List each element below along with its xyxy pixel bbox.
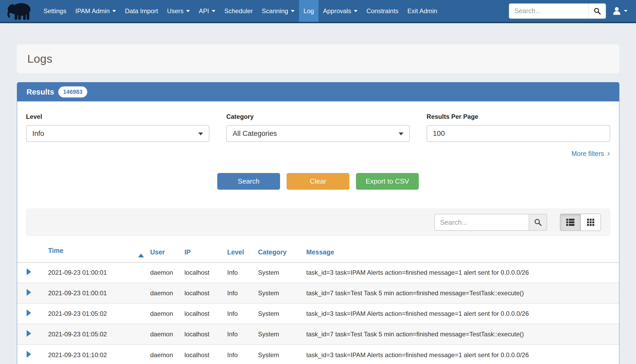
log-row: 2021-09-23 01:05:02 daemon localhost Inf… — [17, 324, 619, 345]
navbar-item-label: Users — [167, 7, 184, 15]
chevron-down-icon — [198, 132, 203, 135]
navbar-item[interactable]: Log — [299, 0, 319, 22]
category-label: Category — [226, 112, 410, 121]
actions-row: Search Clear Export to CSV — [26, 173, 610, 190]
navbar-item[interactable]: Scheduler — [220, 0, 257, 22]
per-page-field — [427, 125, 610, 142]
row-expander-cell[interactable] — [17, 262, 48, 283]
navbar-search-group — [509, 3, 606, 19]
cell-message: task_id=3 task=IPAM Alerts action=finish… — [306, 303, 619, 324]
expand-triangle-icon — [27, 351, 31, 358]
navbar: Settings IPAM Admin Data Import Users AP… — [0, 0, 636, 23]
navbar-item-label: Log — [303, 7, 314, 15]
cell-user: daemon — [150, 324, 185, 345]
cell-level: Info — [227, 345, 258, 364]
more-filters-label: More filters — [571, 150, 604, 158]
category-select-value: All Categories — [233, 130, 277, 138]
row-expander-cell[interactable] — [17, 283, 48, 303]
export-csv-button[interactable]: Export to CSV — [356, 173, 419, 190]
level-label: Level — [26, 112, 210, 121]
chevron-down-icon — [212, 10, 215, 12]
filters-row: Level Info Category All Categories — [26, 112, 610, 142]
grid-view-icon — [586, 218, 595, 226]
column-header-time[interactable]: Time — [48, 242, 150, 262]
user-menu[interactable] — [612, 6, 628, 16]
column-header-message[interactable]: Message — [306, 242, 619, 262]
navbar-item[interactable]: Users — [162, 0, 194, 22]
column-header-level[interactable]: Level — [227, 242, 258, 262]
level-select-value: Info — [32, 130, 44, 138]
results-count-badge: 146983 — [58, 86, 87, 97]
row-expander-cell[interactable] — [17, 324, 48, 345]
more-filters-link[interactable]: More filters › — [571, 149, 610, 158]
user-icon — [612, 6, 622, 16]
log-table: Time User IP Level Category Message — [17, 242, 619, 364]
navbar-item[interactable]: Data Import — [121, 0, 162, 22]
chevron-right-icon: › — [607, 149, 610, 157]
row-expander-cell[interactable] — [17, 345, 48, 364]
chevron-down-icon — [186, 10, 190, 12]
navbar-item[interactable]: Exit Admin — [403, 0, 442, 22]
navbar-search-button[interactable] — [588, 4, 606, 18]
navbar-search-input[interactable] — [509, 4, 588, 18]
row-expander-cell[interactable] — [17, 303, 48, 324]
log-row: 2021-09-23 01:00:01 daemon localhost Inf… — [17, 262, 619, 283]
cell-ip: localhost — [185, 324, 227, 345]
chevron-down-icon — [399, 132, 403, 135]
chevron-down-icon — [624, 10, 628, 12]
navbar-item[interactable]: Scanning — [257, 0, 299, 22]
log-row: 2021-09-23 01:00:01 daemon localhost Inf… — [17, 283, 619, 303]
navbar-item-label: Approvals — [323, 7, 351, 15]
column-header-ip[interactable]: IP — [185, 242, 227, 262]
cell-user: daemon — [150, 283, 185, 303]
chevron-down-icon — [291, 10, 295, 12]
table-search-button[interactable] — [529, 214, 547, 231]
table-search-input[interactable] — [434, 214, 529, 231]
page-title: Logs — [27, 52, 52, 65]
search-icon — [534, 218, 542, 227]
navbar-item[interactable]: Constraints — [362, 0, 403, 22]
list-view-button[interactable] — [560, 214, 580, 230]
navbar-item-label: Scanning — [262, 7, 288, 15]
navbar-item[interactable]: Settings — [39, 0, 71, 22]
level-select[interactable]: Info — [26, 125, 210, 142]
cell-user: daemon — [150, 345, 185, 364]
cell-ip: localhost — [185, 303, 227, 324]
navbar-item-label: Constraints — [367, 7, 398, 15]
category-select[interactable]: All Categories — [226, 125, 410, 142]
cell-user: daemon — [150, 262, 185, 283]
navbar-item-label: IPAM Admin — [75, 7, 110, 15]
results-panel: Results 146983 Level Info Category — [17, 82, 619, 364]
navbar-item[interactable]: API — [194, 0, 220, 22]
expand-triangle-icon — [27, 330, 31, 337]
cell-category: System — [258, 345, 306, 364]
per-page-input[interactable] — [433, 130, 604, 138]
cell-message: task_id=7 task=Test Task 5 min action=fi… — [306, 324, 619, 345]
log-table-header-row: Time User IP Level Category Message — [17, 242, 619, 262]
clear-button[interactable]: Clear — [287, 173, 349, 190]
cell-time: 2021-09-23 01:10:02 — [48, 345, 150, 364]
cell-category: System — [258, 324, 306, 345]
navbar-right — [509, 3, 630, 19]
chevron-down-icon — [112, 10, 116, 12]
navbar-item-label: Settings — [44, 7, 66, 15]
cell-time: 2021-09-23 01:05:02 — [48, 324, 150, 345]
column-header-category[interactable]: Category — [258, 242, 306, 262]
column-header-user[interactable]: User — [150, 242, 185, 262]
navbar-menu: Settings IPAM Admin Data Import Users AP… — [39, 0, 442, 22]
cell-category: System — [258, 303, 306, 324]
view-toggle-group — [560, 214, 601, 231]
cell-ip: localhost — [185, 345, 227, 364]
sort-ascending-icon — [138, 254, 144, 257]
navbar-item[interactable]: Approvals — [319, 0, 362, 22]
grid-view-button[interactable] — [580, 214, 600, 230]
per-page-label: Results Per Page — [427, 112, 610, 121]
cell-message: task_id=3 task=IPAM Alerts action=finish… — [306, 345, 619, 364]
search-button[interactable]: Search — [217, 173, 280, 190]
navbar-item[interactable]: IPAM Admin — [71, 0, 121, 22]
brand-logo[interactable] — [6, 1, 33, 21]
cell-time: 2021-09-23 01:00:01 — [48, 262, 150, 283]
cell-level: Info — [227, 283, 258, 303]
cell-message: task_id=7 task=Test Task 5 min action=fi… — [306, 283, 619, 303]
cell-level: Info — [227, 262, 258, 283]
